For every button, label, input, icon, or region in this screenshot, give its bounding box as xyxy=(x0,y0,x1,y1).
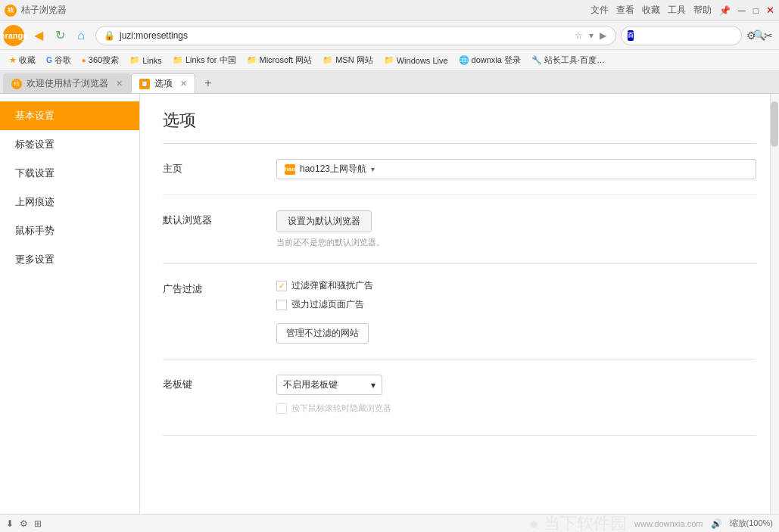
star-icon: ★ xyxy=(9,55,17,65)
tab-options[interactable]: 📋 选项 ✕ xyxy=(131,73,195,93)
bookmark-label: MSN 网站 xyxy=(335,54,373,66)
set-default-browser-button[interactable]: 设置为默认浏览器 xyxy=(276,210,372,232)
app-title: 桔子浏览器 xyxy=(21,4,67,17)
menu-favorites[interactable]: 收藏 xyxy=(642,4,660,17)
boss-key-label: 老板键 xyxy=(163,375,254,391)
page-title: 选项 xyxy=(163,109,756,132)
tab-close-welcome[interactable]: ✕ xyxy=(116,79,123,89)
bookmarks-bar: ★ 收藏 G 谷歌 ● 360搜索 📁 Links 📁 Links for 中国… xyxy=(0,50,779,71)
orange-logo[interactable]: orange xyxy=(3,25,24,46)
pin-icon[interactable]: 📌 xyxy=(719,5,731,16)
boss-key-scroll-row: 按下鼠标滚轮时隐藏浏览器 xyxy=(276,403,756,414)
search-box[interactable]: 百 🔍 xyxy=(621,26,742,45)
title-bar: 桔 桔子浏览器 文件 查看 收藏 工具 帮助 📌 ─ □ ✕ xyxy=(0,0,779,21)
maximize-button[interactable]: □ xyxy=(753,5,759,16)
status-settings[interactable]: ⚙ xyxy=(20,518,28,529)
homepage-dropdown[interactable]: hao hao123上网导航 ▾ xyxy=(276,159,756,179)
boss-key-dropdown[interactable]: 不启用老板键 ▾ xyxy=(276,375,382,395)
bookmark-label: 360搜索 xyxy=(89,54,119,66)
forward-button[interactable]: ▶ xyxy=(598,30,608,41)
tab-add-button[interactable]: + xyxy=(198,73,218,93)
bookmark-links[interactable]: 📁 Links xyxy=(125,54,167,67)
default-browser-section: 默认浏览器 设置为默认浏览器 当前还不是您的默认浏览器。 xyxy=(163,195,756,264)
manage-filter-button[interactable]: 管理不过滤的网站 xyxy=(276,323,369,344)
address-bar[interactable]: 🔒 juzi:moresettings ☆ ▾ ▶ xyxy=(95,26,616,45)
sidebar-item-more[interactable]: 更多设置 xyxy=(0,245,139,274)
minimize-button[interactable]: ─ xyxy=(738,5,746,16)
tools-button[interactable]: ⚙ xyxy=(743,30,759,42)
ad-filter-content: 过滤弹窗和骚扰广告 强力过滤页面广告 管理不过滤的网站 xyxy=(276,279,756,344)
status-right: ● 当下软件园 www.downxia.com 🔊 缩放(100%) xyxy=(529,512,773,533)
menu-tools[interactable]: 工具 xyxy=(668,4,686,17)
default-browser-hint: 当前还不是您的默认浏览器。 xyxy=(276,237,756,248)
homepage-favicon: hao xyxy=(285,164,295,175)
bookmark-360[interactable]: ● 360搜索 xyxy=(77,53,123,67)
default-browser-content: 设置为默认浏览器 当前还不是您的默认浏览器。 xyxy=(276,210,756,248)
menu-help[interactable]: 帮助 xyxy=(693,4,712,17)
speaker-icon[interactable]: 🔊 xyxy=(711,518,722,529)
zoom-level[interactable]: 缩放(100%) xyxy=(730,518,773,529)
homepage-label: 主页 xyxy=(163,159,254,176)
360-icon: ● xyxy=(82,56,86,64)
menu-view[interactable]: 查看 xyxy=(616,4,634,17)
close-button[interactable]: ✕ xyxy=(766,5,774,16)
refresh-button[interactable]: ↻ xyxy=(50,26,70,45)
folder-icon: 📁 xyxy=(129,55,140,65)
bookmark-google[interactable]: G 谷歌 xyxy=(42,53,76,67)
dropdown-arrow-icon: ▾ xyxy=(371,165,375,173)
home-button[interactable]: ⌂ xyxy=(71,26,91,45)
bookmark-windows-live[interactable]: 📁 Windows Live xyxy=(379,54,453,67)
status-screen[interactable]: ⊞ xyxy=(34,518,42,529)
homepage-content: hao hao123上网导航 ▾ xyxy=(276,159,756,179)
tab-welcome[interactable]: 桔 欢迎使用桔子浏览器 ✕ xyxy=(3,73,131,93)
bookmark-microsoft[interactable]: 📁 Microsoft 网站 xyxy=(242,53,317,67)
ad-filter-popup-checkbox[interactable] xyxy=(276,281,287,291)
tab-close-options[interactable]: ✕ xyxy=(180,79,187,89)
homepage-section: 主页 hao hao123上网导航 ▾ xyxy=(163,144,756,195)
status-bar: ⬇ ⚙ ⊞ ● 当下软件园 www.downxia.com 🔊 缩放(100%) xyxy=(0,514,779,532)
cut-button[interactable]: ✂ xyxy=(761,30,776,42)
folder-icon: 📁 xyxy=(173,55,183,65)
sidebar-item-history[interactable]: 上网痕迹 xyxy=(0,188,139,216)
tab-favicon-welcome: 桔 xyxy=(11,79,22,89)
ad-filter-strong-checkbox[interactable] xyxy=(276,300,287,310)
search-input[interactable] xyxy=(637,30,750,41)
bookmark-favorites[interactable]: ★ 收藏 xyxy=(5,53,40,67)
ad-filter-label: 广告过滤 xyxy=(163,279,254,296)
homepage-value: hao123上网导航 xyxy=(300,163,366,176)
menu-file[interactable]: 文件 xyxy=(590,4,609,17)
ad-filter-popup-row: 过滤弹窗和骚扰广告 xyxy=(276,279,756,292)
sidebar-item-download[interactable]: 下载设置 xyxy=(0,159,139,188)
status-arrow-down[interactable]: ⬇ xyxy=(6,518,14,529)
title-logo: 桔 xyxy=(5,5,17,17)
watermark-logo: ● 当下软件园 xyxy=(529,512,627,533)
bookmark-links-china[interactable]: 📁 Links for 中国 xyxy=(168,53,241,67)
webmaster-icon: 🔧 xyxy=(531,55,542,65)
ad-filter-strong-label: 强力过滤页面广告 xyxy=(291,298,364,311)
bookmark-downxia[interactable]: 🌐 downxia 登录 xyxy=(454,53,525,67)
bookmark-label: Links xyxy=(142,56,162,65)
address-text: juzi:moresettings xyxy=(120,30,569,41)
address-lock-icon: 🔒 xyxy=(104,30,115,41)
tabs-bar: 桔 欢迎使用桔子浏览器 ✕ 📋 选项 ✕ + xyxy=(0,71,779,94)
scrollbar-track[interactable] xyxy=(770,94,779,514)
title-bar-right: 文件 查看 收藏 工具 帮助 📌 ─ □ ✕ xyxy=(590,4,774,17)
back-button[interactable]: ◀ xyxy=(29,26,48,45)
boss-key-value: 不启用老板键 xyxy=(283,378,366,391)
sidebar-item-tabs[interactable]: 标签设置 xyxy=(0,130,139,159)
dropdown-button[interactable]: ▾ xyxy=(587,30,595,41)
bookmark-star-button[interactable]: ☆ xyxy=(573,30,584,41)
ad-filter-section: 广告过滤 过滤弹窗和骚扰广告 强力过滤页面广告 管理不过滤的网站 xyxy=(163,264,756,359)
boss-key-section: 老板键 不启用老板键 ▾ 按下鼠标滚轮时隐藏浏览器 xyxy=(163,359,756,436)
ad-filter-strong-row: 强力过滤页面广告 xyxy=(276,298,756,311)
title-bar-left: 桔 桔子浏览器 xyxy=(5,4,67,17)
status-url: www.downxia.com xyxy=(634,519,703,528)
bookmark-msn[interactable]: 📁 MSN 网站 xyxy=(318,53,378,67)
bookmark-label: Microsoft 网站 xyxy=(260,54,313,66)
scrollbar-thumb[interactable] xyxy=(771,101,778,147)
sidebar-item-mouse[interactable]: 鼠标手势 xyxy=(0,216,139,245)
sidebar-item-basic[interactable]: 基本设置 xyxy=(0,101,139,130)
content-area: 选项 主页 hao hao123上网导航 ▾ 默认浏览器 设置为默认浏览器 当前… xyxy=(140,94,779,514)
boss-key-scroll-checkbox[interactable] xyxy=(276,403,287,414)
bookmark-webmaster[interactable]: 🔧 站长工具·百度… xyxy=(527,53,609,67)
